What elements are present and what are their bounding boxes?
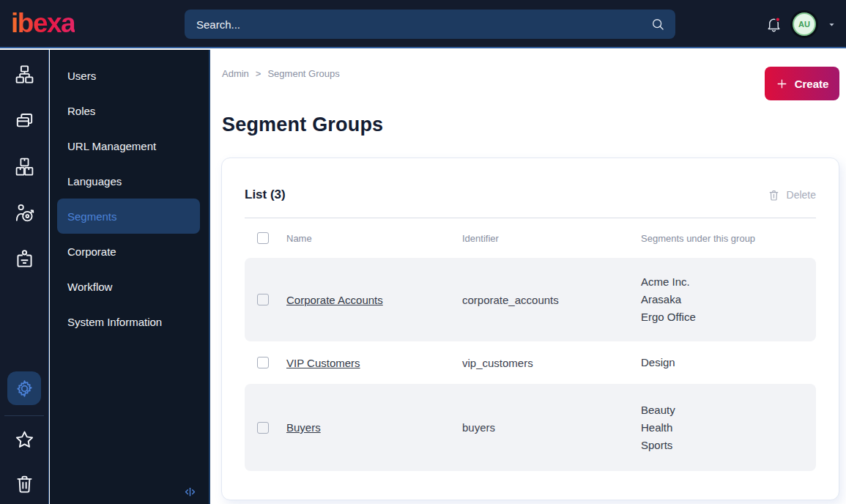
sidebar-item-segments[interactable]: Segments xyxy=(57,199,200,234)
admin-sidebar: Users Roles URL Management Languages Seg… xyxy=(50,50,210,504)
topbar: ibexa AU xyxy=(0,0,846,48)
table-row: Corporate Accounts corporate_accounts Ac… xyxy=(245,258,816,341)
corporate-badge-icon[interactable] xyxy=(11,245,37,272)
create-button-label: Create xyxy=(795,78,829,90)
delete-button[interactable]: Delete xyxy=(768,189,816,201)
avatar-initials: AU xyxy=(798,20,810,29)
ibexa-logo[interactable]: ibexa xyxy=(11,8,75,39)
search-icon[interactable] xyxy=(650,17,665,32)
table-header-row: Name Identifier Segments under this grou… xyxy=(245,218,816,258)
rail-top-icons xyxy=(11,50,37,272)
product-catalog-icon[interactable] xyxy=(11,153,37,179)
segment-group-identifier: corporate_accounts xyxy=(462,294,641,306)
segment-group-link[interactable]: VIP Customers xyxy=(286,357,360,369)
row-checkbox[interactable] xyxy=(257,422,269,434)
notifications-bell-icon[interactable] xyxy=(765,16,782,33)
delete-button-label: Delete xyxy=(787,189,816,201)
admin-menu: Users Roles URL Management Languages Seg… xyxy=(50,50,209,339)
segment-item: Acme Inc. xyxy=(641,273,816,291)
topbar-right: AU xyxy=(765,0,837,48)
segment-item: Arasaka xyxy=(641,291,816,308)
segment-item: Beauty xyxy=(641,401,816,419)
global-search-bar xyxy=(185,10,675,39)
personalization-icon[interactable] xyxy=(11,199,37,226)
content-tree-icon[interactable] xyxy=(11,61,37,87)
breadcrumb-admin-link[interactable]: Admin xyxy=(222,68,249,79)
sidebar-item-roles[interactable]: Roles xyxy=(57,93,200,128)
segment-group-link[interactable]: Buyers xyxy=(286,421,321,434)
collapse-sidebar-icon[interactable] xyxy=(183,485,197,499)
chevron-down-icon[interactable] xyxy=(826,19,837,30)
list-title: List (3) xyxy=(245,188,286,202)
select-all-checkbox[interactable] xyxy=(257,232,269,244)
create-button[interactable]: Create xyxy=(765,67,839,100)
segment-group-identifier: buyers xyxy=(462,421,641,434)
rail-divider xyxy=(4,415,44,416)
segment-group-identifier: vip_customers xyxy=(462,357,641,369)
table-row: Buyers buyers Beauty Health Sports xyxy=(245,384,816,471)
column-header-segments: Segments under this group xyxy=(641,233,816,244)
page-title: Segment Groups xyxy=(222,114,383,136)
breadcrumb-current: Segment Groups xyxy=(267,68,339,79)
plus-icon xyxy=(776,78,788,90)
sidebar-item-corporate[interactable]: Corporate xyxy=(57,234,200,269)
segment-item: Health xyxy=(641,419,816,437)
list-header: List (3) Delete xyxy=(245,186,816,204)
column-header-identifier: Identifier xyxy=(462,233,641,244)
segment-group-link[interactable]: Corporate Accounts xyxy=(286,294,383,306)
avatar[interactable]: AU xyxy=(793,12,816,36)
content-list-icon[interactable] xyxy=(11,107,37,133)
table-row: VIP Customers vip_customers Design xyxy=(245,341,816,384)
segments-cell: Design xyxy=(641,354,816,371)
row-checkbox[interactable] xyxy=(257,357,269,368)
main-content: Admin > Segment Groups Create Segment Gr… xyxy=(212,50,846,504)
trash-icon[interactable] xyxy=(11,470,37,497)
rail-bottom-icons xyxy=(4,371,44,504)
sidebar-item-users[interactable]: Users xyxy=(57,58,200,93)
sidebar-item-url-management[interactable]: URL Management xyxy=(57,128,200,163)
segment-item: Design xyxy=(641,354,816,371)
search-input[interactable] xyxy=(185,18,650,31)
breadcrumb: Admin > Segment Groups xyxy=(222,68,340,79)
delete-trash-icon xyxy=(768,189,780,201)
icon-rail xyxy=(0,50,49,504)
segment-groups-card: List (3) Delete Name Identifier Segments… xyxy=(221,158,839,500)
segments-cell: Acme Inc. Arasaka Ergo Office xyxy=(641,273,816,326)
sidebar-item-workflow[interactable]: Workflow xyxy=(57,269,200,304)
column-header-name: Name xyxy=(286,233,462,244)
favorites-star-icon[interactable] xyxy=(11,426,37,453)
settings-gear-icon[interactable] xyxy=(7,371,41,405)
row-checkbox[interactable] xyxy=(257,294,269,305)
sidebar-item-languages[interactable]: Languages xyxy=(57,163,200,199)
sidebar-item-system-information[interactable]: System Information xyxy=(57,304,200,339)
segments-cell: Beauty Health Sports xyxy=(641,401,816,454)
segment-item: Ergo Office xyxy=(641,308,816,326)
breadcrumb-separator: > xyxy=(256,68,261,79)
segment-item: Sports xyxy=(641,437,816,454)
